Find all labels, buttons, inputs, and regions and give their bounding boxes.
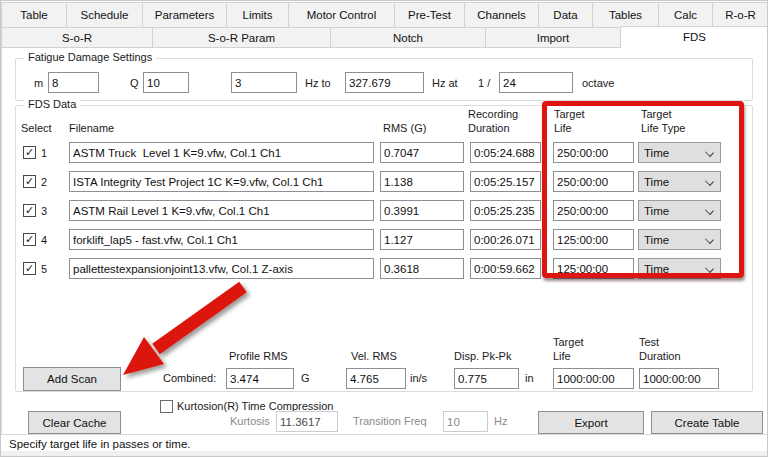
tab-fds[interactable]: FDS bbox=[621, 26, 768, 48]
rms-input[interactable] bbox=[380, 258, 464, 279]
q-label: Q bbox=[130, 77, 139, 89]
filename-input[interactable] bbox=[69, 258, 374, 279]
duration-input[interactable] bbox=[470, 142, 541, 163]
life-type-dropdown[interactable]: Time bbox=[638, 258, 721, 279]
duration-input[interactable] bbox=[470, 200, 541, 221]
kurtosion-checkbox[interactable] bbox=[160, 400, 173, 413]
profile-rms-label: Profile RMS bbox=[229, 350, 288, 362]
tab-table[interactable]: Table bbox=[1, 2, 67, 28]
q-input[interactable] bbox=[143, 72, 189, 93]
col-header-target-life-line2: Life bbox=[554, 122, 572, 134]
row-select-checkbox[interactable]: ✓ bbox=[23, 204, 36, 217]
fds-data-group-legend: FDS Data bbox=[24, 98, 80, 110]
tab-strip-top: Table Schedule Parameters Limits Motor C… bbox=[1, 2, 768, 28]
test-duration-label-line2: Duration bbox=[639, 350, 681, 362]
life-type-value: Time bbox=[644, 263, 669, 275]
rms-input[interactable] bbox=[380, 142, 464, 163]
tab-import[interactable]: Import bbox=[486, 28, 621, 48]
clear-cache-button[interactable]: Clear Cache bbox=[28, 411, 121, 434]
freq-to-input[interactable] bbox=[345, 72, 424, 93]
freq-from-input[interactable] bbox=[231, 72, 297, 93]
tab-channels[interactable]: Channels bbox=[465, 2, 539, 28]
chevron-down-icon bbox=[705, 148, 714, 157]
chevron-down-icon bbox=[705, 264, 714, 273]
life-type-dropdown[interactable]: Time bbox=[638, 200, 721, 221]
window-bottom-edge bbox=[1, 451, 768, 456]
life-type-value: Time bbox=[644, 205, 669, 217]
filename-input[interactable] bbox=[69, 229, 374, 250]
tab-pre-test[interactable]: Pre-Test bbox=[395, 2, 465, 28]
col-header-recording-line2: Duration bbox=[468, 122, 510, 134]
octave-fraction-input[interactable] bbox=[499, 72, 573, 93]
tab-notch[interactable]: Notch bbox=[331, 28, 486, 48]
col-header-target-type-line1: Target bbox=[641, 108, 672, 120]
create-table-button[interactable]: Create Table bbox=[651, 411, 763, 434]
col-header-recording-line1: Recording bbox=[468, 108, 518, 120]
tab-tables[interactable]: Tables bbox=[593, 2, 659, 28]
hz-at-label: Hz at bbox=[432, 77, 458, 89]
octave-label: octave bbox=[582, 77, 614, 89]
duration-input[interactable] bbox=[470, 229, 541, 250]
target-life-input[interactable] bbox=[553, 171, 634, 192]
vel-rms-input[interactable] bbox=[346, 368, 406, 389]
duration-input[interactable] bbox=[470, 171, 541, 192]
row-number: 3 bbox=[41, 205, 47, 217]
rms-input[interactable] bbox=[380, 200, 464, 221]
row-select-checkbox[interactable]: ✓ bbox=[23, 146, 36, 159]
tab-s-o-r[interactable]: S-o-R bbox=[1, 28, 153, 48]
tab-parameters[interactable]: Parameters bbox=[143, 2, 227, 28]
life-type-dropdown[interactable]: Time bbox=[638, 171, 721, 192]
chevron-down-icon bbox=[705, 206, 714, 215]
filename-input[interactable] bbox=[69, 171, 374, 192]
rms-input[interactable] bbox=[380, 171, 464, 192]
tab-r-o-r[interactable]: R-o-R bbox=[713, 2, 768, 28]
summary-target-life-input[interactable] bbox=[553, 368, 634, 389]
life-type-value: Time bbox=[644, 147, 669, 159]
target-life-input[interactable] bbox=[553, 142, 634, 163]
filename-input[interactable] bbox=[69, 142, 374, 163]
col-header-rms: RMS (G) bbox=[383, 122, 426, 134]
filename-input[interactable] bbox=[69, 200, 374, 221]
tab-data[interactable]: Data bbox=[539, 2, 593, 28]
tab-motor-control[interactable]: Motor Control bbox=[289, 2, 395, 28]
duration-input[interactable] bbox=[470, 258, 541, 279]
octave-fraction-label: 1 / bbox=[478, 77, 490, 89]
tab-limits[interactable]: Limits bbox=[227, 2, 289, 28]
test-duration-input[interactable] bbox=[639, 368, 719, 389]
life-type-value: Time bbox=[644, 176, 669, 188]
add-scan-button[interactable]: Add Scan bbox=[23, 367, 121, 391]
test-duration-label-line1: Test bbox=[639, 336, 659, 348]
col-header-target-life-line1: Target bbox=[554, 108, 585, 120]
rms-input[interactable] bbox=[380, 229, 464, 250]
hz-to-label: Hz to bbox=[305, 77, 331, 89]
row-number: 5 bbox=[41, 263, 47, 275]
status-text: Specify target life in passes or time. bbox=[9, 438, 191, 450]
row-select-checkbox[interactable]: ✓ bbox=[23, 175, 36, 188]
row-number: 4 bbox=[41, 234, 47, 246]
chevron-down-icon bbox=[705, 235, 714, 244]
life-type-dropdown[interactable]: Time bbox=[638, 229, 721, 250]
life-type-value: Time bbox=[644, 234, 669, 246]
disp-pkpk-label: Disp. Pk-Pk bbox=[454, 350, 511, 362]
export-button[interactable]: Export bbox=[538, 411, 644, 434]
row-number: 2 bbox=[41, 176, 47, 188]
disp-pkpk-input[interactable] bbox=[454, 368, 519, 389]
row-number: 1 bbox=[41, 147, 47, 159]
tab-calc[interactable]: Calc bbox=[659, 2, 713, 28]
disp-unit-label: in bbox=[525, 372, 534, 384]
life-type-dropdown[interactable]: Time bbox=[638, 142, 721, 163]
transition-freq-label: Transition Freq bbox=[353, 415, 427, 427]
target-life-input[interactable] bbox=[553, 229, 634, 250]
target-life-input[interactable] bbox=[553, 200, 634, 221]
chevron-down-icon bbox=[705, 177, 714, 186]
row-select-checkbox[interactable]: ✓ bbox=[23, 262, 36, 275]
transition-freq-input bbox=[443, 411, 488, 432]
m-input[interactable] bbox=[48, 72, 99, 93]
target-life-input[interactable] bbox=[553, 258, 634, 279]
row-select-checkbox[interactable]: ✓ bbox=[23, 233, 36, 246]
combined-rms-input[interactable] bbox=[226, 368, 294, 389]
m-label: m bbox=[34, 77, 43, 89]
tab-schedule[interactable]: Schedule bbox=[67, 2, 143, 28]
col-header-select: Select bbox=[21, 122, 52, 134]
tab-s-o-r-param[interactable]: S-o-R Param bbox=[153, 28, 331, 48]
